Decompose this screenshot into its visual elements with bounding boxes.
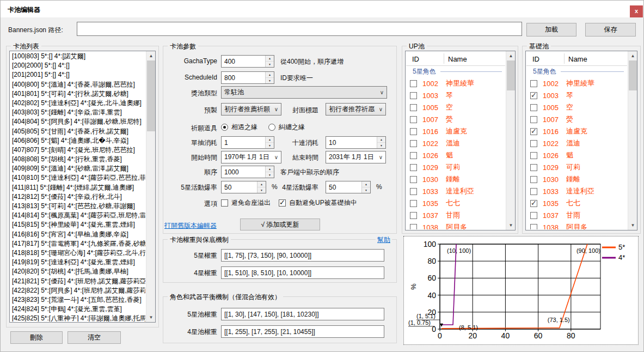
- table-row[interactable]: 1035七七: [526, 197, 627, 209]
- table-row[interactable]: 1003琴: [406, 89, 505, 101]
- spin-up-icon[interactable]: ▲: [377, 137, 385, 143]
- gachatype-value[interactable]: 400: [222, 56, 265, 67]
- checkbox-unchecked-icon[interactable]: [410, 212, 417, 219]
- tencost-value[interactable]: 10: [326, 137, 377, 148]
- load-button[interactable]: 加載: [526, 23, 576, 37]
- list-item[interactable]: [100|803] 5*:[] 4*:[諾艾爾]: [10, 52, 145, 61]
- table-row[interactable]: 1016迪盧克: [526, 125, 627, 137]
- add-or-update-button[interactable]: √ 添加或更新: [240, 219, 320, 230]
- list-item[interactable]: [419|819] 5*:[達達利亞] 4*:[凝光,重雲,煙緋]: [10, 258, 145, 267]
- checkbox-unchecked-icon[interactable]: [410, 176, 417, 183]
- list-item[interactable]: [408|808] 5*:[胡桃] 4*:[行秋,重雲,香菱]: [10, 155, 145, 164]
- table-row[interactable]: 1005空: [406, 101, 505, 113]
- table-row[interactable]: 1038阿貝多: [526, 221, 627, 229]
- spin-down-icon[interactable]: ▼: [377, 143, 385, 148]
- open-old-editor-link[interactable]: 打開舊版本編輯器: [164, 221, 217, 230]
- list-item[interactable]: [410|810] 5*:[達達利亞] 4*:[蘿莎莉亞,芭芭拉,菲謝爾]: [10, 173, 145, 183]
- list-item[interactable]: [412|812] 5*:[優菈] 4*:[辛焱,行秋,北斗]: [10, 192, 145, 202]
- star4poolweight-field[interactable]: [[1, 255], [17, 255], [21, 10455]]: [221, 325, 384, 338]
- checkbox-unchecked-icon[interactable]: [530, 152, 537, 159]
- table-row[interactable]: 1016迪盧克: [406, 125, 505, 137]
- spin-up-icon[interactable]: ▲: [362, 181, 370, 187]
- table-row[interactable]: 1037甘雨: [526, 209, 627, 221]
- up-pool-list[interactable]: ID Name 5星角色 1002神里綾華1003琴1005空1007熒1016…: [405, 51, 516, 230]
- list-item[interactable]: [406|806] 5*:[魈] 4*:[迪奧娜,北�斗,辛焱]: [10, 136, 145, 145]
- pooltype-combobox[interactable]: 常駐池 ∨: [221, 86, 387, 99]
- list-item[interactable]: [422|822] 5*:[阿貝多] 4*:[班尼特,諾艾爾,蘿莎莉亞]: [10, 286, 145, 295]
- singlecost-spinner[interactable]: 1 ▲▼: [221, 136, 274, 149]
- list-item[interactable]: [423|823] 5*:[荒瀧一斗] 4*:[五郎,芭芭拉,香菱]: [10, 295, 145, 305]
- checkbox-unchecked-icon[interactable]: [410, 164, 417, 171]
- table-row[interactable]: 1029可莉: [406, 161, 505, 173]
- checkbox-unchecked-icon[interactable]: [530, 116, 537, 123]
- table-row[interactable]: 1005空: [526, 101, 627, 113]
- star5rate-value[interactable]: 50: [222, 181, 257, 193]
- list-item[interactable]: [421|821] 5*:[優菈] 4*:[班尼特,諾艾爾,蘿莎莉亞]: [10, 277, 145, 286]
- scrollbar-thumb[interactable]: [147, 60, 155, 131]
- auto-avoid-up-checkbox[interactable]: 自動避免UP被基礎抽中: [279, 198, 357, 208]
- list-item[interactable]: [415|815] 5*:[神里綾華] 4*:[凝光,重雲,煙緋]: [10, 220, 145, 229]
- list-item[interactable]: [403|803] 5*:[鍾離] 4*:[辛焱,雷澤,重雲]: [10, 108, 145, 117]
- table-row[interactable]: 1022溫迪: [406, 137, 505, 149]
- singlecost-value[interactable]: 1: [222, 137, 265, 148]
- checkbox-checked-icon[interactable]: [530, 200, 537, 207]
- gachatype-spinner[interactable]: 400 ▲▼: [221, 55, 274, 68]
- order-value[interactable]: 1000: [222, 166, 265, 178]
- checkbox-unchecked-icon[interactable]: [530, 80, 537, 87]
- scroll-up-icon[interactable]: ▲: [146, 51, 156, 60]
- table-row[interactable]: 1030鍾離: [406, 173, 505, 185]
- up-pool-scrollbar[interactable]: ▲ ▼: [506, 51, 515, 230]
- table-row[interactable]: 1002神里綾華: [526, 77, 627, 89]
- spin-up-icon[interactable]: ▲: [266, 72, 274, 78]
- checkbox-unchecked-icon[interactable]: [530, 176, 537, 183]
- table-row[interactable]: 1007熒: [406, 113, 505, 125]
- list-item[interactable]: [416|816] 5*:[宵宮] 4*:[早柚,迪奧娜,辛焱]: [10, 230, 145, 239]
- checkbox-unchecked-icon[interactable]: [530, 212, 537, 219]
- scrollbar-thumb[interactable]: [629, 60, 637, 90]
- order-spinner[interactable]: 1000 ▲▼: [221, 166, 274, 178]
- spin-up-icon[interactable]: ▲: [257, 181, 266, 187]
- list-item[interactable]: [401|801] 5*:[可莉] 4*:[行秋,諾艾爾,砂糖]: [10, 89, 145, 99]
- table-row[interactable]: 1007熒: [526, 113, 627, 125]
- table-row[interactable]: 1022溫迪: [526, 137, 627, 149]
- spin-down-icon[interactable]: ▼: [266, 172, 274, 178]
- scroll-up-icon[interactable]: ▲: [628, 51, 637, 60]
- table-row[interactable]: 1033達達利亞: [406, 185, 505, 197]
- spin-up-icon[interactable]: ▲: [266, 56, 274, 62]
- star4weight-field[interactable]: [[1, 510], [8, 510], [10, 10000]]: [221, 266, 384, 279]
- table-row[interactable]: 1030鍾離: [526, 173, 627, 185]
- spin-down-icon[interactable]: ▼: [266, 62, 274, 67]
- table-row[interactable]: 1003琴: [526, 89, 627, 101]
- list-item[interactable]: [404|804] 5*:[阿貝多] 4*:[菲謝爾,砂糖,班尼特]: [10, 117, 145, 126]
- radio-acquaint-fate[interactable]: 相遇之緣: [221, 123, 257, 132]
- scroll-down-icon[interactable]: ▼: [506, 221, 516, 230]
- checkbox-unchecked-icon[interactable]: [410, 188, 417, 195]
- checkbox-unchecked-icon[interactable]: [530, 104, 537, 111]
- save-button[interactable]: 保存: [585, 23, 636, 37]
- list-item[interactable]: [405|805] 5*:[甘雨] 4*:[香菱,行秋,諾艾爾]: [10, 127, 145, 136]
- spin-up-icon[interactable]: ▲: [266, 166, 274, 172]
- checkbox-unchecked-icon[interactable]: [530, 188, 537, 195]
- list-item[interactable]: [417|817] 5*:[雷電將軍] 4*:[九條裟羅,香菱,砂糖]: [10, 239, 145, 248]
- scheduleid-value[interactable]: 800: [222, 72, 265, 83]
- checkbox-unchecked-icon[interactable]: [530, 164, 537, 171]
- checkbox-unchecked-icon[interactable]: [410, 92, 417, 99]
- list-item[interactable]: [420|820] 5*:[胡桃] 4*:[托馬,迪奧娜,早柚]: [10, 267, 145, 276]
- delete-button[interactable]: 刪除: [10, 331, 63, 344]
- scroll-down-icon[interactable]: ▼: [628, 221, 637, 230]
- path-input[interactable]: [77, 22, 522, 36]
- list-item[interactable]: [418|818] 5*:[珊瑚宮心海] 4*:[蘿莎莉亞,北斗,行秋]: [10, 248, 145, 258]
- scroll-up-icon[interactable]: ▲: [506, 51, 516, 60]
- star4rate-value[interactable]: 50: [326, 181, 361, 193]
- spin-down-icon[interactable]: ▼: [266, 78, 274, 83]
- scrollbar-thumb[interactable]: [507, 60, 515, 90]
- checkbox-unchecked-icon[interactable]: [410, 152, 417, 159]
- list-item[interactable]: [411|811] 5*:[鍾離] 4*:[煙緋,諾艾爾,迪奧娜]: [10, 183, 145, 192]
- list-item[interactable]: [200|2000] 5*:[] 4*:[]: [10, 61, 145, 70]
- covertitle-combobox[interactable]: 初行者推荐祈愿 ∨: [326, 103, 386, 116]
- avoid-constellation-overflow-checkbox[interactable]: 避免命座溢出: [221, 198, 271, 208]
- checkbox-unchecked-icon[interactable]: [410, 128, 417, 135]
- table-row[interactable]: 1038阿貝多: [406, 221, 505, 229]
- pool-list-scrollbar[interactable]: ▲ ▼: [146, 51, 155, 322]
- pool-listbox[interactable]: [100|803] 5*:[] 4*:[諾艾爾][200|2000] 5*:[]…: [9, 51, 156, 323]
